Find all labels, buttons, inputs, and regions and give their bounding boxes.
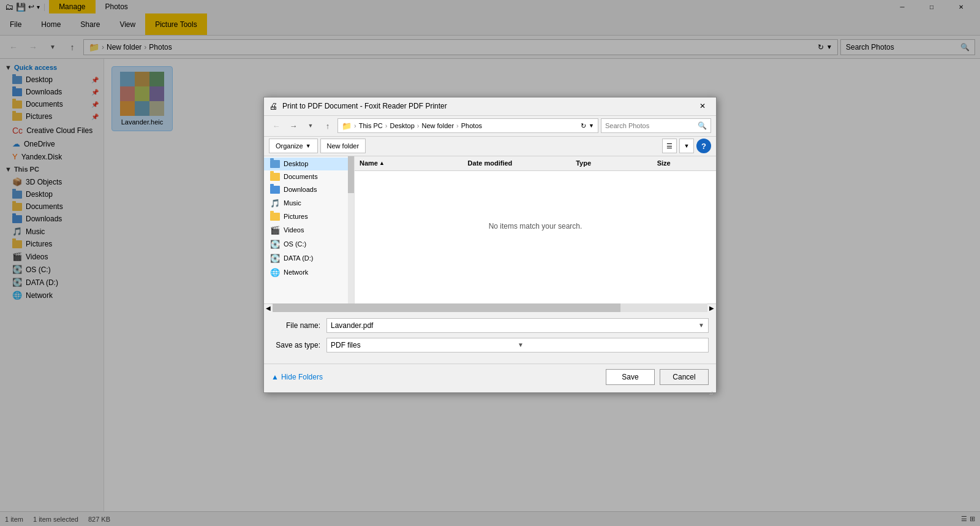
save-type-row: Save as type: PDF files ▼ bbox=[271, 338, 709, 353]
scrollbar-thumb[interactable] bbox=[348, 156, 354, 193]
modal-addr-sep2: › bbox=[385, 122, 388, 129]
col-name-label: Name bbox=[360, 159, 378, 167]
sort-arrow: ▲ bbox=[379, 160, 385, 166]
modal-search-input[interactable] bbox=[605, 122, 695, 129]
hscroll-left-button[interactable]: ◀ bbox=[264, 303, 273, 312]
save-dialog: 🖨 Print to PDF Document - Foxit Reader P… bbox=[263, 97, 717, 393]
save-type-arrow[interactable]: ▼ bbox=[518, 341, 704, 348]
view-icon: ☰ bbox=[666, 142, 673, 150]
hscroll-track[interactable] bbox=[273, 303, 707, 312]
save-type-select[interactable]: PDF files ▼ bbox=[326, 338, 709, 353]
modal-addr-sep: › bbox=[354, 122, 356, 129]
cancel-button[interactable]: Cancel bbox=[660, 369, 709, 385]
hide-folders-button[interactable]: ▲ Hide Folders bbox=[271, 373, 323, 381]
modal-path-new-folder[interactable]: New folder bbox=[422, 122, 454, 129]
modal-forward-button[interactable]: → bbox=[286, 118, 301, 133]
save-button[interactable]: Save bbox=[606, 369, 655, 385]
desktop-folder-icon bbox=[270, 160, 280, 168]
modal-sidebar-label: Documents bbox=[284, 173, 318, 180]
modal-sidebar-label: OS (C:) bbox=[284, 240, 306, 248]
documents-folder-icon bbox=[270, 173, 280, 181]
pictures-folder-icon bbox=[270, 213, 280, 221]
modal-path-this-pc[interactable]: This PC bbox=[359, 122, 383, 129]
modal-resize-handle[interactable]: ⊿ bbox=[264, 390, 716, 392]
modal-sidebar-data-d[interactable]: 💽 DATA (D:) bbox=[264, 251, 354, 265]
new-folder-label: New folder bbox=[327, 142, 360, 150]
modal-form: File name: ▼ Save as type: PDF files ▼ bbox=[264, 312, 716, 364]
modal-sidebar-videos[interactable]: 🎬 Videos bbox=[264, 223, 354, 237]
modal-sidebar-label: Desktop bbox=[284, 160, 308, 167]
col-date-label: Date modified bbox=[468, 159, 513, 167]
file-name-input[interactable]: ▼ bbox=[326, 318, 709, 333]
modal-footer: ▲ Hide Folders Save Cancel bbox=[264, 364, 716, 390]
modal-title: Print to PDF Document - Foxit Reader PDF… bbox=[282, 102, 689, 110]
col-type-header[interactable]: Type bbox=[576, 159, 657, 167]
modal-sidebar-pictures[interactable]: Pictures bbox=[264, 210, 354, 223]
modal-path-desktop[interactable]: Desktop bbox=[390, 122, 414, 129]
file-name-label: File name: bbox=[271, 321, 326, 330]
modal-path-photos[interactable]: Photos bbox=[461, 122, 482, 129]
modal-sidebar-label: DATA (D:) bbox=[284, 254, 313, 262]
organize-button[interactable]: Organize ▼ bbox=[269, 139, 318, 153]
hscroll-thumb[interactable] bbox=[273, 303, 620, 312]
modal-sidebar-label: Music bbox=[284, 199, 301, 207]
organize-arrow: ▼ bbox=[306, 143, 311, 149]
os-c-icon: 💽 bbox=[270, 240, 280, 249]
modal-sidebar-os-c[interactable]: 💽 OS (C:) bbox=[264, 237, 354, 251]
downloads-folder-icon bbox=[270, 186, 280, 194]
network-folder-icon: 🌐 bbox=[270, 268, 280, 277]
modal-table-header: Name ▲ Date modified Type Size bbox=[355, 156, 716, 171]
file-name-dropdown-arrow[interactable]: ▼ bbox=[698, 322, 704, 329]
modal-recent-button[interactable]: ▼ bbox=[303, 118, 318, 133]
view-button[interactable]: ☰ bbox=[662, 139, 677, 153]
modal-file-area: Desktop Documents Downloads 🎵 Music Pict… bbox=[264, 156, 716, 303]
col-name-header[interactable]: Name ▲ bbox=[360, 159, 468, 167]
modal-sidebar-network[interactable]: 🌐 Network bbox=[264, 265, 354, 280]
col-date-header[interactable]: Date modified bbox=[468, 159, 576, 167]
modal-sidebar-label: Pictures bbox=[284, 213, 308, 220]
modal-address-path[interactable]: 📁 › This PC › Desktop › New folder › Pho… bbox=[337, 118, 598, 133]
modal-toolbar: Organize ▼ New folder ☰ ▼ ? bbox=[264, 137, 716, 156]
modal-sidebar-music[interactable]: 🎵 Music bbox=[264, 196, 354, 210]
modal-overlay: 🖨 Print to PDF Document - Foxit Reader P… bbox=[0, 0, 980, 526]
modal-down-arrow[interactable]: ▼ bbox=[589, 123, 594, 129]
modal-empty-message: No items match your search. bbox=[355, 171, 716, 281]
modal-content: Name ▲ Date modified Type Size No items … bbox=[355, 156, 716, 303]
modal-search-box[interactable]: 🔍 bbox=[601, 118, 711, 133]
data-d-icon: 💽 bbox=[270, 254, 280, 263]
modal-sidebar-documents[interactable]: Documents bbox=[264, 170, 354, 183]
file-name-field[interactable] bbox=[331, 321, 696, 330]
col-size-header[interactable]: Size bbox=[657, 159, 711, 167]
modal-sidebar-downloads[interactable]: Downloads bbox=[264, 183, 354, 196]
modal-addr-icon: 📁 bbox=[342, 121, 352, 131]
modal-title-icon: 🖨 bbox=[269, 101, 277, 111]
modal-sidebar-label: Network bbox=[284, 269, 308, 276]
modal-horizontal-scrollbar[interactable]: ◀ ▶ bbox=[264, 303, 716, 312]
organize-label: Organize bbox=[276, 142, 303, 150]
modal-close-button[interactable]: ✕ bbox=[694, 99, 711, 113]
modal-sidebar-label: Downloads bbox=[284, 186, 317, 193]
view-dropdown-arrow: ▼ bbox=[684, 143, 690, 149]
modal-sidebar-desktop[interactable]: Desktop bbox=[264, 158, 354, 170]
new-folder-button[interactable]: New folder bbox=[320, 139, 366, 153]
hscroll-right-button[interactable]: ▶ bbox=[707, 303, 716, 312]
file-name-row: File name: ▼ bbox=[271, 318, 709, 333]
save-type-label: Save as type: bbox=[271, 341, 326, 349]
modal-refresh-icon[interactable]: ↻ bbox=[581, 122, 586, 130]
modal-addr-sep4: › bbox=[456, 122, 459, 129]
col-size-label: Size bbox=[657, 159, 671, 167]
col-type-label: Type bbox=[576, 159, 591, 167]
footer-buttons: Save Cancel bbox=[606, 369, 709, 385]
modal-up-button[interactable]: ↑ bbox=[320, 118, 335, 133]
modal-back-button[interactable]: ← bbox=[269, 118, 284, 133]
modal-search-icon: 🔍 bbox=[698, 121, 707, 130]
modal-sidebar-scrollbar[interactable] bbox=[348, 156, 354, 303]
music-folder-icon: 🎵 bbox=[270, 199, 280, 208]
view-dropdown-button[interactable]: ▼ bbox=[679, 139, 694, 153]
hide-folders-arrow: ▲ bbox=[271, 373, 279, 381]
videos-folder-icon: 🎬 bbox=[270, 226, 280, 235]
hide-folders-label: Hide Folders bbox=[281, 373, 323, 381]
resize-icon: ⊿ bbox=[709, 390, 714, 392]
help-button[interactable]: ? bbox=[696, 139, 711, 153]
modal-sidebar-label: Videos bbox=[284, 226, 304, 234]
